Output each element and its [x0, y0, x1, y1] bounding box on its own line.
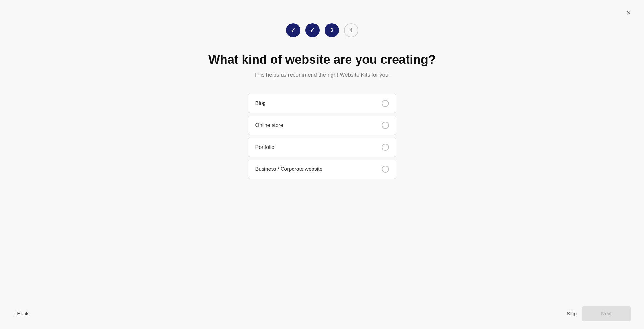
- back-button[interactable]: ‹ Back: [13, 311, 29, 317]
- options-list: Blog Online store Portfolio Business / C…: [248, 94, 396, 179]
- option-online-store[interactable]: Online store: [248, 116, 396, 135]
- option-blog[interactable]: Blog: [248, 94, 396, 113]
- page-subtitle: This helps us recommend the right Websit…: [254, 72, 390, 78]
- option-portfolio[interactable]: Portfolio: [248, 138, 396, 157]
- option-business-label: Business / Corporate website: [255, 166, 322, 172]
- step-3-label: 3: [330, 27, 333, 33]
- skip-button[interactable]: Skip: [567, 311, 577, 317]
- close-icon: ×: [627, 9, 631, 17]
- step-3: 3: [325, 23, 339, 37]
- close-button[interactable]: ×: [623, 8, 634, 18]
- step-1-label: ✓: [291, 27, 295, 34]
- page-title: What kind of website are you creating?: [208, 53, 436, 67]
- option-portfolio-radio[interactable]: [382, 144, 389, 151]
- step-2-label: ✓: [310, 27, 315, 34]
- right-nav: Skip Next: [567, 306, 631, 321]
- option-portfolio-label: Portfolio: [255, 144, 274, 150]
- bottom-nav: ‹ Back Skip Next: [0, 299, 644, 329]
- steps-container: ✓ ✓ 3 4: [286, 23, 358, 37]
- back-label: Back: [17, 311, 29, 317]
- option-blog-label: Blog: [255, 101, 266, 106]
- option-online-store-label: Online store: [255, 122, 283, 128]
- step-4-label: 4: [350, 27, 352, 33]
- chevron-left-icon: ‹: [13, 311, 14, 317]
- main-content: ✓ ✓ 3 4 What kind of website are you cre…: [0, 0, 644, 179]
- step-2: ✓: [305, 23, 320, 37]
- option-business[interactable]: Business / Corporate website: [248, 160, 396, 179]
- option-business-radio[interactable]: [382, 166, 389, 173]
- step-4: 4: [344, 23, 358, 37]
- option-online-store-radio[interactable]: [382, 122, 389, 129]
- next-button[interactable]: Next: [582, 306, 631, 321]
- step-1: ✓: [286, 23, 300, 37]
- option-blog-radio[interactable]: [382, 100, 389, 107]
